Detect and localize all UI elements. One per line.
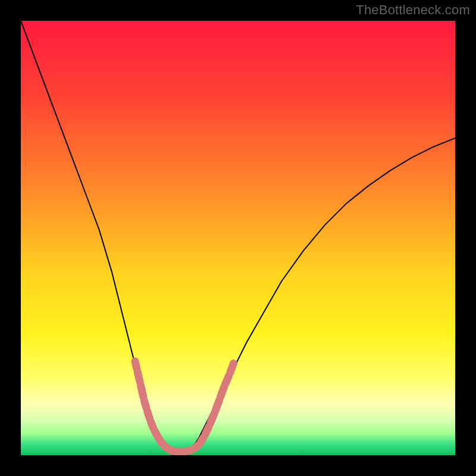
highlight-marker [140, 385, 143, 397]
highlight-marker [230, 364, 233, 373]
chart-stage: TheBottleneck.com [0, 0, 476, 476]
gradient-background [21, 21, 455, 455]
highlight-marker [148, 411, 150, 419]
highlight-marker [201, 437, 204, 443]
highlight-marker [211, 414, 215, 423]
plot-area [21, 21, 455, 455]
highlight-marker [135, 361, 137, 368]
highlight-marker [151, 422, 154, 427]
highlight-marker [220, 387, 224, 397]
highlight-marker [144, 400, 146, 408]
highlight-marker [205, 427, 209, 434]
chart-svg [21, 21, 455, 455]
watermark-text: TheBottleneck.com [356, 2, 470, 18]
highlight-marker [226, 377, 229, 384]
highlight-marker [215, 400, 219, 410]
highlight-marker [137, 372, 140, 382]
